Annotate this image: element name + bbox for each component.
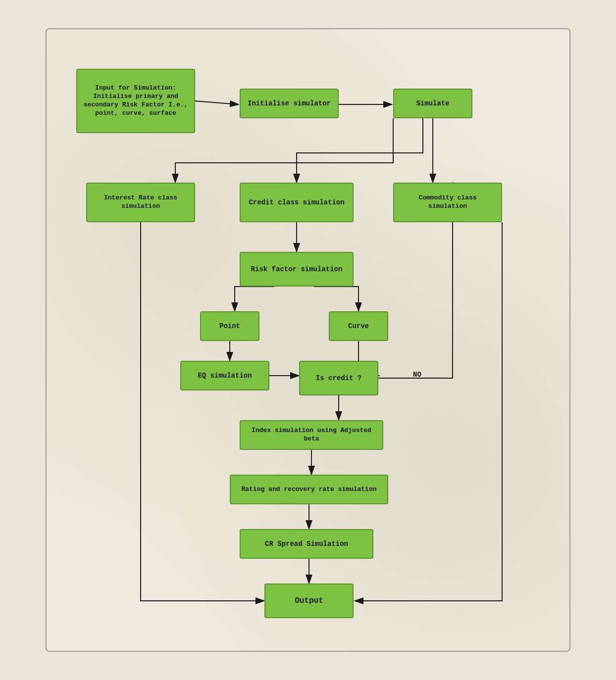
node-curve: Curve (329, 311, 388, 341)
no-label: NO (413, 371, 421, 379)
node-crspread: CR Spread Simulation (240, 529, 373, 559)
node-output: Output (264, 583, 354, 618)
node-init: Initialise simulator (240, 89, 339, 118)
node-point: Point (200, 311, 259, 341)
diagram-container: NO Input for Simulation: Initialise prim… (46, 28, 570, 652)
svg-line-1 (195, 101, 239, 104)
node-ir: Interest Rate class simulation (86, 183, 195, 222)
node-riskfactor: Risk factor simulation (240, 252, 354, 287)
node-input: Input for Simulation: Initialise primary… (76, 69, 195, 133)
node-iscredit: Is credit ? (299, 361, 378, 395)
node-commodity: Commodity class simulation (393, 183, 502, 222)
node-credit: Credit class simulation (240, 183, 354, 222)
node-rating: Rating and recovery rate simulation (230, 475, 388, 504)
node-simulate: Simulate (393, 89, 472, 118)
node-eq: EQ simulation (180, 361, 269, 390)
node-index: Index simulation using Adjusted beta (240, 420, 383, 450)
